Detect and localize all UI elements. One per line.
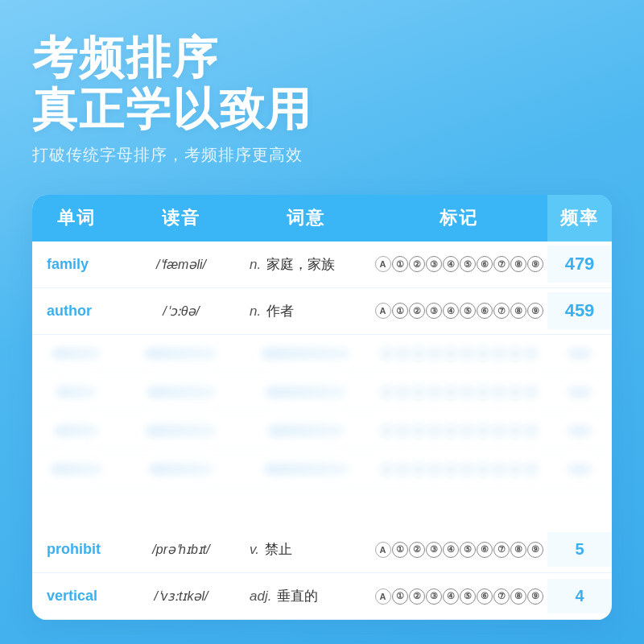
- main-page: 考频排序 真正学以致用 打破传统字母排序，考频排序更高效 单词 读音 词意 标记…: [0, 0, 644, 644]
- headline-line2: 真正学以致用: [32, 84, 612, 135]
- blur-marks-cell: [370, 417, 547, 444]
- blur-word-cell: [32, 341, 121, 365]
- mark-3: ③: [426, 303, 442, 319]
- mark-9: ⑨: [527, 542, 543, 558]
- mark-2: ②: [409, 303, 425, 319]
- blur-meaning-cell: [242, 457, 370, 481]
- cell-meaning: v. 禁止: [242, 532, 370, 567]
- mark-6: ⑥: [477, 303, 493, 319]
- blur-meaning-cell: [242, 380, 370, 404]
- cell-word: vertical: [32, 580, 121, 613]
- blur-marks-cell: [370, 456, 547, 483]
- mark-2: ②: [409, 588, 425, 605]
- blur-row: [32, 451, 612, 489]
- mark-a: A: [375, 542, 391, 558]
- table-row: author /ˈɔːθə/ n. 作者 A ① ② ③ ④ ⑤ ⑥ ⑦ ⑧ ⑨…: [32, 288, 612, 335]
- col-word: 单词: [32, 195, 121, 242]
- mark-8: ⑧: [510, 256, 526, 272]
- blur-freq-cell: [547, 341, 612, 365]
- mark-5: ⑤: [460, 303, 476, 319]
- blur-row: [32, 374, 612, 412]
- mark-6: ⑥: [477, 542, 493, 558]
- mark-1: ①: [392, 542, 408, 558]
- table-body: family /ˈfæməli/ n. 家庭，家族 A ① ② ③ ④ ⑤ ⑥ …: [32, 242, 612, 620]
- cell-freq: 5: [547, 532, 612, 567]
- cell-marks: A ① ② ③ ④ ⑤ ⑥ ⑦ ⑧ ⑨: [370, 299, 547, 322]
- mark-4: ④: [443, 588, 459, 605]
- col-freq: 频率: [547, 195, 612, 242]
- mark-8: ⑧: [510, 542, 526, 558]
- cell-word: author: [32, 295, 121, 328]
- blur-marks-cell: [370, 340, 547, 367]
- cell-marks: A ① ② ③ ④ ⑤ ⑥ ⑦ ⑧ ⑨: [370, 253, 547, 275]
- mark-a: A: [375, 303, 391, 319]
- blur-meaning-cell: [242, 419, 370, 443]
- cell-phonetic: /prəˈhɪbɪt/: [121, 534, 242, 565]
- mark-9: ⑨: [527, 588, 543, 605]
- table-row: prohibit /prəˈhɪbɪt/ v. 禁止 A ① ② ③ ④ ⑤ ⑥…: [32, 526, 612, 573]
- blur-phonetic-cell: [121, 419, 242, 443]
- mark-3: ③: [426, 588, 442, 605]
- col-meaning: 词意: [242, 195, 370, 242]
- subtitle: 打破传统字母排序，考频排序更高效: [32, 144, 612, 166]
- table-row: family /ˈfæməli/ n. 家庭，家族 A ① ② ③ ④ ⑤ ⑥ …: [32, 242, 612, 288]
- mark-a: A: [375, 588, 391, 605]
- blurred-section: [32, 335, 612, 526]
- mark-2: ②: [409, 542, 425, 558]
- mark-1: ①: [392, 588, 408, 605]
- mark-6: ⑥: [477, 256, 493, 272]
- mark-3: ③: [426, 256, 442, 272]
- mark-5: ⑤: [460, 588, 476, 605]
- cell-marks: A ① ② ③ ④ ⑤ ⑥ ⑦ ⑧ ⑨: [370, 585, 547, 608]
- cell-marks: A ① ② ③ ④ ⑤ ⑥ ⑦ ⑧ ⑨: [370, 539, 547, 561]
- mark-3: ③: [426, 542, 442, 558]
- mark-4: ④: [443, 303, 459, 319]
- mark-a: A: [375, 256, 391, 272]
- mark-6: ⑥: [477, 588, 493, 605]
- blur-meaning-cell: [242, 341, 370, 365]
- table-header: 单词 读音 词意 标记 频率: [32, 195, 612, 242]
- mark-7: ⑦: [493, 256, 510, 272]
- cell-word: prohibit: [32, 533, 121, 566]
- mark-4: ④: [443, 256, 459, 272]
- cell-freq: 4: [547, 579, 612, 613]
- blur-word-cell: [32, 457, 121, 481]
- mark-5: ⑤: [460, 542, 476, 558]
- cell-meaning: adj. 垂直的: [242, 579, 370, 613]
- mark-5: ⑤: [460, 256, 476, 272]
- blur-row: [32, 335, 612, 374]
- cell-phonetic: /ˈfæməli/: [121, 249, 242, 280]
- cell-phonetic: /ˈvɜːtɪkəl/: [121, 580, 242, 612]
- mark-7: ⑦: [493, 588, 510, 605]
- cell-freq: 459: [547, 292, 612, 329]
- mark-2: ②: [409, 256, 425, 272]
- mark-9: ⑨: [527, 303, 543, 319]
- mark-1: ①: [392, 303, 408, 319]
- headline: 考频排序 真正学以致用: [32, 32, 612, 136]
- blur-word-cell: [32, 380, 121, 404]
- mark-4: ④: [443, 542, 459, 558]
- blur-row: [32, 412, 612, 451]
- table-row: vertical /ˈvɜːtɪkəl/ adj. 垂直的 A ① ② ③ ④ …: [32, 573, 612, 620]
- mark-9: ⑨: [527, 256, 543, 272]
- col-marks: 标记: [370, 195, 547, 242]
- mark-8: ⑧: [510, 303, 526, 319]
- col-phonetic: 读音: [121, 195, 242, 242]
- blur-phonetic-cell: [121, 457, 242, 481]
- mark-7: ⑦: [493, 303, 510, 319]
- cell-word: family: [32, 248, 121, 281]
- mark-7: ⑦: [493, 542, 510, 558]
- blur-phonetic-cell: [121, 380, 242, 404]
- cell-meaning: n. 家庭，家族: [242, 247, 370, 282]
- mark-1: ①: [392, 256, 408, 272]
- blur-phonetic-cell: [121, 341, 242, 365]
- cell-meaning: n. 作者: [242, 294, 370, 328]
- headline-line1: 考频排序: [32, 32, 612, 84]
- blur-freq-cell: [547, 380, 612, 404]
- blur-marks-cell: [370, 378, 547, 406]
- blur-freq-cell: [547, 457, 612, 481]
- blur-word-cell: [32, 419, 121, 443]
- blur-freq-cell: [547, 419, 612, 443]
- cell-freq: 479: [547, 246, 612, 283]
- mark-8: ⑧: [510, 588, 526, 605]
